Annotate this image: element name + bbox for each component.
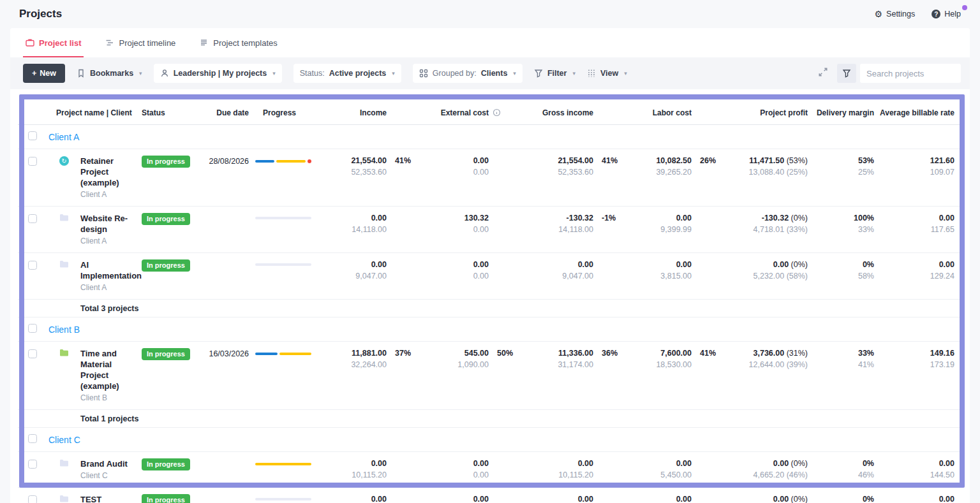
- total-spacer: [18, 410, 41, 427]
- project-retainer-icon: ↻: [59, 156, 69, 166]
- col-delivery-margin[interactable]: Delivery margin: [808, 108, 874, 117]
- row-checkbox[interactable]: [28, 495, 37, 503]
- status-badge[interactable]: In progress: [142, 458, 190, 470]
- row-checkbox[interactable]: [28, 261, 37, 270]
- project-name-cell: Website Re-design Client A: [75, 207, 142, 252]
- progress-bar: [255, 159, 311, 163]
- status-cell: In progress: [142, 342, 197, 409]
- gross-income-pct-cell: 36%: [593, 342, 625, 409]
- col-project-profit[interactable]: Project profit: [722, 108, 808, 117]
- tab-project-templates[interactable]: Project templates: [200, 28, 277, 57]
- tabs: Project list Project timeline Project te…: [10, 28, 970, 57]
- project-name-link[interactable]: Time and Material Project (example): [80, 348, 142, 391]
- row-checkbox-cell: [18, 253, 41, 299]
- tab-project-timeline[interactable]: Project timeline: [105, 28, 175, 57]
- progress-cell: [254, 253, 320, 299]
- project-name-link[interactable]: AI Implementation: [80, 259, 142, 281]
- help-button[interactable]: ? Help: [932, 10, 961, 18]
- external-cost-pct-cell: [489, 253, 524, 299]
- view-label: View: [600, 69, 618, 78]
- funnel-icon: [842, 69, 851, 78]
- status-badge[interactable]: In progress: [142, 156, 190, 168]
- group-client-link[interactable]: Client C: [41, 430, 954, 450]
- project-row: Website Re-design Client A In progress 0…: [18, 207, 962, 253]
- toolbar-right: [818, 64, 961, 83]
- row-checkbox[interactable]: [28, 349, 37, 358]
- filter-label: Filter: [547, 69, 567, 78]
- briefcase-icon: [26, 38, 34, 47]
- new-button[interactable]: + New: [23, 64, 65, 83]
- col-progress[interactable]: Progress: [254, 108, 320, 117]
- labor-cost-pct-cell: 41%: [692, 342, 722, 409]
- status-dropdown[interactable]: Status: Active projects ▾: [293, 64, 401, 83]
- col-due-date[interactable]: Due date: [197, 108, 254, 117]
- bookmarks-dropdown[interactable]: Bookmarks ▾: [77, 64, 142, 83]
- status-badge[interactable]: In progress: [142, 213, 190, 225]
- col-avg-billable-rate[interactable]: Average billable rate: [874, 108, 954, 117]
- group-checkbox[interactable]: [28, 131, 37, 140]
- external-cost-info[interactable]: [489, 108, 524, 117]
- project-name-cell: Retainer Project (example) Client A: [75, 149, 142, 206]
- row-checkbox[interactable]: [28, 460, 37, 469]
- project-name-link[interactable]: Retainer Project (example): [80, 156, 142, 188]
- status-cell: In progress: [142, 452, 197, 487]
- due-date-cell: 28/08/2026: [197, 149, 254, 206]
- tab-label: Project timeline: [119, 38, 175, 48]
- progress-segment: [276, 160, 306, 163]
- status-badge[interactable]: In progress: [142, 494, 190, 503]
- group-client-link[interactable]: Client A: [41, 127, 954, 147]
- project-name-link[interactable]: Brand Audit: [80, 458, 142, 469]
- filter-dropdown[interactable]: Filter ▾: [534, 64, 575, 83]
- project-icon-cell: ↻: [41, 149, 75, 206]
- col-labor-cost[interactable]: Labor cost: [625, 108, 692, 117]
- gross-income-cell: 0.0010,115.20: [524, 452, 593, 487]
- delivery-margin-cell: 53%25%: [808, 149, 874, 206]
- status-badge[interactable]: In progress: [142, 348, 190, 360]
- external-cost-pct-cell: [489, 207, 524, 252]
- progress-segment: [255, 160, 274, 163]
- col-status[interactable]: Status: [142, 108, 197, 117]
- scope-dropdown[interactable]: Leadership | My projects ▾: [154, 64, 282, 83]
- col-gross-income[interactable]: Gross income: [524, 108, 593, 117]
- col-project-name[interactable]: Project name | Client: [41, 108, 142, 117]
- view-dropdown[interactable]: View ▾: [587, 64, 627, 83]
- row-checkbox[interactable]: [28, 214, 37, 223]
- project-row: ↻ Retainer Project (example) Client A In…: [18, 149, 962, 207]
- bookmark-icon: [77, 69, 85, 78]
- settings-button[interactable]: ⚙︎ Settings: [875, 10, 916, 18]
- group-row: Client B: [18, 317, 962, 342]
- status-badge[interactable]: In progress: [142, 259, 190, 272]
- labor-cost-pct-cell: [692, 452, 722, 487]
- external-cost-cell: 130.320.00: [420, 207, 489, 252]
- labor-cost-pct-cell: 26%: [692, 149, 722, 206]
- labor-cost-pct-cell: [692, 488, 722, 503]
- group-checkbox[interactable]: [28, 324, 37, 333]
- income-cell: 0.009,047.00: [320, 253, 387, 299]
- income-cell: 0.0010,115.20: [320, 452, 387, 487]
- project-name-link[interactable]: Website Re-design: [80, 213, 142, 235]
- search-input[interactable]: [860, 64, 961, 83]
- progress-cell: [254, 207, 320, 252]
- grouped-by-dropdown[interactable]: Grouped by: Clients ▾: [413, 64, 523, 83]
- project-icon-cell: [41, 207, 75, 252]
- expand-button[interactable]: [818, 67, 828, 80]
- col-income[interactable]: Income: [320, 108, 387, 117]
- project-profit-cell: 0.00 (0%)4,665.20 (46%): [722, 452, 808, 487]
- labor-cost-cell: 0.003,815.00: [625, 253, 692, 299]
- col-external-cost[interactable]: External cost: [420, 108, 489, 117]
- external-cost-cell: 0.000.00: [420, 149, 489, 206]
- table-header-row: Project name | Client Status Due date Pr…: [18, 101, 962, 125]
- search-filter-button[interactable]: [837, 64, 856, 83]
- row-checkbox-cell: [18, 488, 41, 503]
- progress-cell: [254, 149, 320, 206]
- group-client-link[interactable]: Client B: [41, 319, 954, 340]
- delivery-margin-cell: 33%41%: [808, 342, 874, 409]
- income-pct-cell: [387, 488, 420, 503]
- row-checkbox[interactable]: [28, 157, 37, 166]
- templates-icon: [200, 38, 209, 47]
- total-spacer: [41, 300, 75, 317]
- group-checkbox[interactable]: [28, 434, 37, 443]
- tab-project-list[interactable]: Project list: [26, 28, 81, 57]
- project-name-link[interactable]: TEST: [80, 494, 142, 503]
- expand-icon: [818, 67, 828, 77]
